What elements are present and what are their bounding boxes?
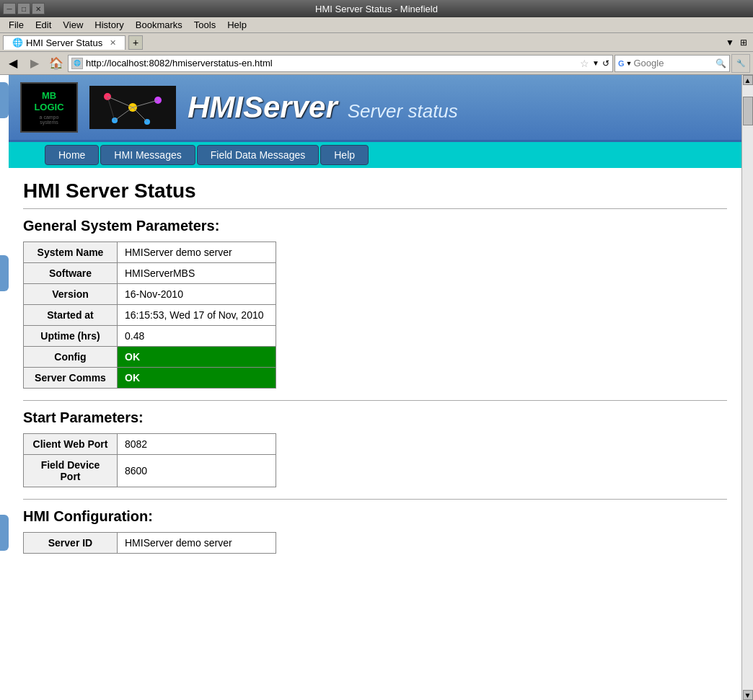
start-params-table: Client Web Port8082Field Device Port8600 [23,433,276,487]
site-title: HMIServer [188,90,338,124]
menu-bar: File Edit View History Bookmarks Tools H… [0,17,753,33]
param-value: HMIServer demo server [118,242,276,263]
logo-desc: a camposystems [40,115,59,125]
site-header: MB LOGIC a camposystems [9,75,741,142]
search-input[interactable] [633,58,714,68]
param-label: Client Web Port [24,434,118,455]
back-button[interactable]: ◀ [3,54,23,73]
param-label: Server ID [24,533,118,554]
table-row: Server CommsOK [24,368,276,389]
param-value: 16-Nov-2010 [118,284,276,305]
scroll-up-button[interactable]: ▲ [743,75,753,85]
param-value: 16:15:53, Wed 17 of Nov, 2010 [118,305,276,326]
page-title: HMI Server Status [23,180,727,203]
logo-line2: LOGIC [34,102,63,112]
window-controls[interactable]: ─ □ ✕ [3,3,45,14]
tab-label: HMI Server Status [26,37,102,48]
close-button[interactable]: ✕ [32,3,45,14]
window-chrome: ─ □ ✕ HMI Server Status - Minefield File… [0,0,753,75]
url-bar: 🌐 ☆ ▼ ↺ [68,55,613,72]
divider-3 [23,499,727,500]
table-row: System NameHMIServer demo server [24,242,276,263]
param-label: Started at [24,305,118,326]
general-params-table: System NameHMIServer demo serverSoftware… [23,242,276,389]
param-value: OK [118,368,276,389]
nav-help[interactable]: Help [320,145,369,165]
cyan-nav-bar: Home HMI Messages Field Data Messages He… [9,142,741,168]
tab-hmi-server-status[interactable]: 🌐 HMI Server Status ✕ [3,35,126,50]
menu-history[interactable]: History [89,18,129,32]
nav-bar: ◀ ▶ 🏠 🌐 ☆ ▼ ↺ G ▼ 🔍 🔧 [0,52,753,75]
refresh-button[interactable]: ↺ [602,58,609,68]
left-sidebar [0,75,9,700]
nav-hmi-messages[interactable]: HMI Messages [100,145,195,165]
general-section-title: General System Parameters: [23,218,727,234]
nav-home[interactable]: Home [45,145,99,165]
param-label: Version [24,284,118,305]
logo-text: MB LOGIC [34,90,63,112]
param-label: Field Device Port [24,455,118,487]
logo-box: MB LOGIC a camposystems [20,82,78,133]
tab-grid-button[interactable]: ⊞ [737,37,750,48]
site-subtitle: Server status [348,100,458,122]
url-input[interactable] [86,58,577,68]
search-engine-dropdown-icon[interactable]: ▼ [626,60,633,67]
table-row: Uptime (hrs)0.48 [24,326,276,347]
site-branding: HMIServer Server status [188,90,458,125]
sidebar-handle-top[interactable] [0,82,9,118]
network-graphic [89,86,176,129]
page-body: HMI Server Status General System Paramet… [9,168,741,577]
start-section-title: Start Parameters: [23,409,727,426]
logo-line1: MB [42,90,56,101]
new-tab-button[interactable]: + [128,35,143,50]
tab-favicon: 🌐 [12,37,23,48]
menu-view[interactable]: View [57,18,89,32]
search-submit-icon[interactable]: 🔍 [715,58,726,68]
menu-edit[interactable]: Edit [30,18,57,32]
menu-bookmarks[interactable]: Bookmarks [130,18,188,32]
param-label: Server Comms [24,368,118,389]
table-row: Field Device Port8600 [24,455,276,487]
scroll-down-button[interactable]: ▼ [743,690,753,700]
menu-tools[interactable]: Tools [188,18,221,32]
bookmark-star-icon[interactable]: ☆ [580,58,589,69]
scrollbar-track[interactable]: ▲ ▼ [741,75,753,700]
tab-close-icon[interactable]: ✕ [110,38,116,48]
hmi-params-table: Server IDHMIServer demo server [23,532,276,554]
tab-list-button[interactable]: ▼ [723,37,737,48]
table-row: Server IDHMIServer demo server [24,533,276,554]
param-value: HMIServerMBS [118,263,276,284]
nav-field-data-messages[interactable]: Field Data Messages [197,145,320,165]
param-value: 8082 [118,434,276,455]
dropdown-icon[interactable]: ▼ [592,59,599,67]
search-bar: G ▼ 🔍 [615,55,730,72]
menu-help[interactable]: Help [221,18,252,32]
param-value: 8600 [118,455,276,487]
hmi-section-title: HMI Configuration: [23,508,727,525]
table-row: Started at16:15:53, Wed 17 of Nov, 2010 [24,305,276,326]
title-bar: ─ □ ✕ HMI Server Status - Minefield [0,0,753,17]
page-wrapper: MB LOGIC a camposystems [0,75,753,700]
menu-file[interactable]: File [3,18,30,32]
search-engine-logo: G [618,59,625,68]
table-row: ConfigOK [24,347,276,368]
divider-1 [23,208,727,209]
window-title: HMI Server Status - Minefield [45,4,708,14]
tab-bar: 🌐 HMI Server Status ✕ + ▼ ⊞ [0,33,753,52]
sidebar-handle-bot[interactable] [0,515,9,551]
param-value: OK [118,347,276,368]
divider-2 [23,400,727,401]
table-row: Client Web Port8082 [24,434,276,455]
restore-button[interactable]: □ [17,3,30,14]
minimize-button[interactable]: ─ [3,3,16,14]
forward-button[interactable]: ▶ [25,54,45,73]
scroll-thumb[interactable] [743,97,753,125]
extension-button[interactable]: 🔧 [731,54,750,73]
table-row: Version16-Nov-2010 [24,284,276,305]
param-value: 0.48 [118,326,276,347]
param-label: Config [24,347,118,368]
page-content: MB LOGIC a camposystems [9,75,741,700]
home-button[interactable]: 🏠 [46,54,66,73]
sidebar-handle-mid[interactable] [0,255,9,291]
param-value: HMIServer demo server [118,533,276,554]
